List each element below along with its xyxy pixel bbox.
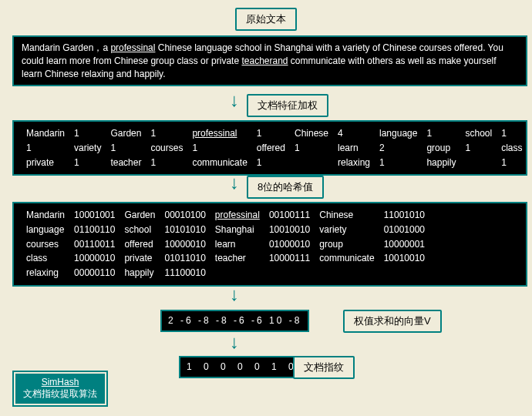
block-weights: Mandarin1Garden1professinal1Chinese4lang…	[12, 120, 527, 176]
block-vector: 2 -6 -8 -8 -6 -6 10 -8	[160, 310, 309, 332]
original-text: Mandarin Garden，a professinal Chinese la…	[22, 42, 503, 79]
hash-table: Mandarin10001001Garden00010100professina…	[22, 208, 429, 280]
arrow-4: ↓	[230, 333, 239, 351]
label-weights: 文档特征加权	[247, 94, 328, 117]
block-original-text: Mandarin Garden，a professinal Chinese la…	[12, 35, 527, 86]
label-vector: 权值求和的向量V	[343, 310, 442, 333]
title-line2: 文档指纹提取算法	[23, 388, 97, 399]
arrow-1: ↓	[230, 91, 239, 109]
weights-table: Mandarin1Garden1professinal1Chinese4lang…	[22, 126, 532, 169]
label-hash: 8位的哈希值	[247, 176, 324, 199]
title-line1: SimHash	[42, 377, 79, 387]
block-fingerprint: 1 0 0 0 0 1 0	[179, 356, 306, 378]
block-hashes: Mandarin10001001Garden00010100professina…	[12, 202, 527, 287]
fingerprint-values: 1 0 0 0 0 1 0	[187, 361, 298, 372]
label-fingerprint: 文档指纹	[293, 356, 355, 379]
algorithm-title: SimHash 文档指纹提取算法	[14, 372, 106, 405]
arrow-3: ↓	[230, 285, 239, 304]
arrow-2: ↓	[230, 173, 239, 192]
label-original: 原始文本	[235, 8, 297, 31]
vector-values: 2 -6 -8 -8 -6 -6 10 -8	[168, 315, 301, 326]
